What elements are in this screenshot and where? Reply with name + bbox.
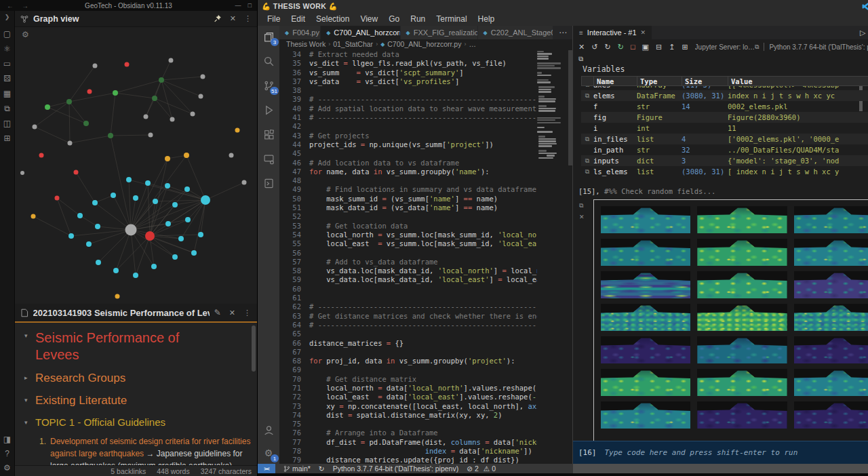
- code-line[interactable]: 38: [279, 86, 537, 95]
- daily-note-icon[interactable]: ▦: [3, 90, 11, 98]
- heading-text[interactable]: Research Groups: [35, 372, 248, 385]
- graph-node[interactable]: [153, 199, 158, 204]
- remote-explorer-icon[interactable]: [261, 152, 276, 165]
- graph-node[interactable]: [242, 180, 247, 185]
- sidebar-expand-icon[interactable]: ❯: [5, 14, 10, 20]
- code-line[interactable]: 60: [279, 285, 537, 294]
- interactive-input-cell[interactable]: [16] Type code here and press shift-ente…: [573, 441, 868, 464]
- variable-row[interactable]: in_pathstr32../00_DataFiles/QUAD4M/sta: [581, 144, 868, 155]
- heading-text[interactable]: TOPIC 1 - Official Guidelines: [35, 416, 248, 428]
- code-line[interactable]: 42: [279, 122, 537, 131]
- more-tabs-icon[interactable]: ⋯: [553, 26, 572, 39]
- graph-node[interactable]: [66, 99, 72, 104]
- variable-row[interactable]: ⧉inputsdict3{'model': 'stage_03', 'nod: [581, 155, 868, 166]
- graph-node[interactable]: [170, 117, 175, 122]
- graph-node[interactable]: [133, 195, 138, 201]
- graph-node[interactable]: [199, 94, 203, 99]
- close-icon[interactable]: ✕: [641, 29, 646, 36]
- graph-node[interactable]: [151, 264, 157, 269]
- close-icon[interactable]: ✕: [229, 309, 235, 317]
- graph-node[interactable]: [115, 294, 120, 299]
- menu-file[interactable]: File: [262, 14, 285, 24]
- code-line[interactable]: 79 distance_matrices.update({proj_id : d…: [279, 456, 537, 464]
- code-line[interactable]: 74 dist = spatial.distance_matrix(xy, xy…: [279, 411, 537, 420]
- tab-F004.py[interactable]: ◆F004.py●: [279, 26, 321, 39]
- code-line[interactable]: 45: [279, 149, 537, 158]
- graph-node[interactable]: [145, 231, 155, 241]
- code-line[interactable]: 37vs_data = vs_dict['vs_profiles']: [279, 77, 537, 86]
- graph-node[interactable]: [172, 254, 178, 260]
- code-line[interactable]: 77 df_dist = pd.DataFrame(dist, columns …: [279, 438, 537, 447]
- code-line[interactable]: 55 local_east = vs_summ.loc[mask_summ_id…: [279, 239, 537, 248]
- python-interpreter[interactable]: Python 3.7.7 64-bit ('DalThesis': pipenv…: [333, 464, 459, 473]
- run-debug-icon[interactable]: [261, 103, 276, 117]
- more-options-icon[interactable]: ⋮: [244, 14, 252, 23]
- code-line[interactable]: 61: [279, 294, 537, 302]
- graph-node[interactable]: [201, 195, 210, 205]
- graph-node[interactable]: [96, 260, 101, 265]
- graph-canvas[interactable]: ⚙: [15, 27, 257, 304]
- code-line[interactable]: 43# Get projects: [279, 132, 537, 140]
- graph-node[interactable]: [111, 193, 116, 198]
- jupyter-server-status[interactable]: Jupyter Server: lo…: [695, 43, 755, 51]
- tab-interactive[interactable]: ≡ Interactive - #1 ✕: [573, 26, 652, 39]
- note-scrollbar[interactable]: [252, 325, 256, 372]
- graph-node[interactable]: [198, 232, 203, 237]
- heading-text[interactable]: Seismic Performance of Levees: [35, 330, 225, 363]
- reading-view-icon[interactable]: ◨: [3, 435, 11, 443]
- graph-node[interactable]: [95, 224, 100, 229]
- graph-node[interactable]: [169, 58, 174, 63]
- cell-source-comment[interactable]: #%% Check random fields...: [604, 187, 715, 195]
- code-line[interactable]: 70 # Get distance matrix: [279, 375, 537, 384]
- graph-node[interactable]: [152, 96, 157, 101]
- code-line[interactable]: 57 # Add to vs_data dataframe: [279, 258, 537, 266]
- settings-gear-icon[interactable]: ⚙ 1: [261, 446, 276, 460]
- menu-edit[interactable]: Edit: [285, 14, 311, 24]
- minimap[interactable]: [537, 51, 567, 162]
- menu-selection[interactable]: Selection: [311, 14, 355, 24]
- code-line[interactable]: 72 local_east = data['local_east'].value…: [279, 393, 537, 401]
- pin-icon[interactable]: [213, 14, 222, 23]
- code-line[interactable]: 48: [279, 176, 537, 185]
- graph-node[interactable]: [235, 128, 240, 133]
- variable-row[interactable]: figFigureFigure(2880x3960): [581, 112, 868, 123]
- expand-all-icon[interactable]: ⊞: [682, 43, 688, 52]
- variable-row[interactable]: fstr140002_elems.pkl: [581, 101, 868, 112]
- breadcrumb-item[interactable]: …: [469, 40, 476, 48]
- export-icon[interactable]: ↥: [669, 43, 675, 52]
- collapse-arrow-icon[interactable]: ▾: [24, 397, 28, 403]
- settings-icon[interactable]: ⚙: [3, 464, 11, 472]
- code-line[interactable]: 71 local_north = data['local_north'].val…: [279, 384, 537, 393]
- variable-row[interactable]: ⧉elemsDataFrame(3080, 31)index n i j t s…: [581, 90, 868, 101]
- jupyter-icon[interactable]: [261, 176, 276, 190]
- menu-go[interactable]: Go: [383, 14, 405, 24]
- graph-node[interactable]: [191, 112, 195, 117]
- code-line[interactable]: 64# ------------------------------------…: [279, 321, 537, 330]
- code-line[interactable]: 47for name, data in vs_summ.groupby('nam…: [279, 167, 537, 176]
- graph-node[interactable]: [83, 121, 89, 126]
- search-icon[interactable]: [261, 54, 276, 68]
- copy-output-icon[interactable]: ⧉: [579, 202, 585, 210]
- code-line[interactable]: 44project_ids = np.unique(vs_summ['proje…: [279, 140, 537, 149]
- graph-node[interactable]: [39, 153, 44, 158]
- graph-node[interactable]: [92, 200, 98, 205]
- variable-row[interactable]: ⧉ls_elemslist(3080, 31)[ index n i j t s…: [581, 166, 868, 177]
- column-header-name[interactable]: Name: [594, 77, 637, 85]
- code-line[interactable]: 56: [279, 249, 537, 258]
- code-line[interactable]: 40# Add spatial location data to shear w…: [279, 104, 537, 113]
- random-note-icon[interactable]: ⚄: [3, 75, 10, 83]
- graph-node[interactable]: [125, 224, 137, 236]
- tab-C202_ANL_Stage02_ch[interactable]: ◆C202_ANL_Stage02_ch: [478, 26, 553, 39]
- git-branch[interactable]: main*: [283, 464, 311, 473]
- backlinks-count[interactable]: 5 backlinks: [111, 467, 146, 475]
- code-line[interactable]: 54 local_north = vs_summ.loc[mask_summ_i…: [279, 231, 537, 239]
- variable-explorer-icon[interactable]: ▣: [642, 43, 649, 52]
- graph-node[interactable]: [172, 202, 178, 207]
- graph-node[interactable]: [184, 186, 190, 192]
- graph-node[interactable]: [68, 141, 73, 146]
- graph-node[interactable]: [229, 153, 234, 158]
- code-line[interactable]: 68for proj_id, data in vs_summ.groupby('…: [279, 357, 537, 365]
- code-line[interactable]: 39# ------------------------------------…: [279, 95, 537, 104]
- code-line[interactable]: 75: [279, 420, 537, 429]
- graph-node[interactable]: [191, 250, 197, 256]
